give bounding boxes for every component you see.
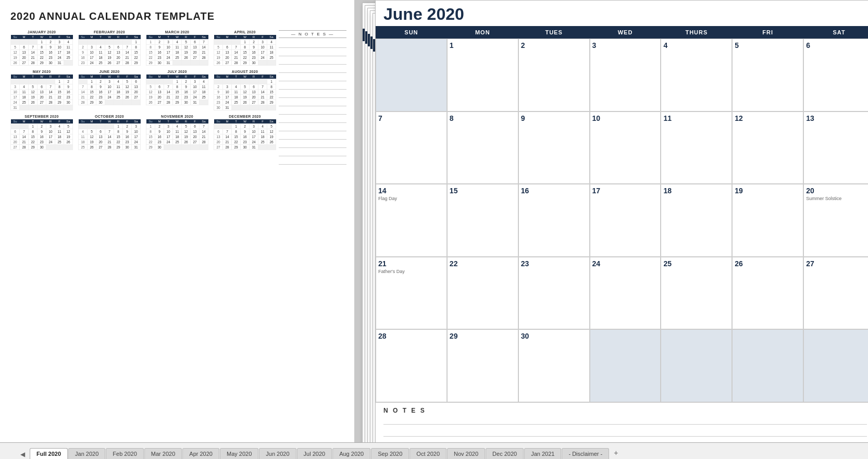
notes-line bbox=[279, 73, 346, 81]
mini-month-april-2020: APRIL 2020SuMTWRFSa123456789101112131415… bbox=[214, 30, 276, 66]
mini-month-september-2020: SEPTEMBER 2020SuMTWRFSa12345678910111213… bbox=[10, 115, 73, 150]
tab-nav-prev[interactable]: ◀ bbox=[18, 450, 27, 459]
mini-month-june-2020: JUNE 2020SuMTWRFSa1234567891011121314151… bbox=[78, 70, 141, 110]
tab-sep-2020[interactable]: Sep 2020 bbox=[371, 448, 409, 459]
june-cell-27: 27 bbox=[803, 257, 868, 330]
june-cell-empty bbox=[732, 329, 803, 402]
sheet-june: June 2020 SUN MON TUES WED THURS FRI SAT… bbox=[375, 0, 868, 442]
june-cell-4: 4 bbox=[661, 39, 732, 111]
june-cell-7: 7 bbox=[376, 111, 447, 184]
june-cell-3: 3 bbox=[590, 39, 661, 111]
june-cell-11: 11 bbox=[661, 111, 732, 184]
mini-month-july-2020: JULY 2020SuMTWRFSa1234567891011121314151… bbox=[146, 70, 208, 110]
tab-may-2020[interactable]: May 2020 bbox=[220, 448, 258, 459]
tab-bar: ◀ Full 2020Jan 2020Feb 2020Mar 2020Apr 2… bbox=[0, 442, 868, 459]
notes-title: — N O T E S — bbox=[279, 30, 346, 38]
notes-line bbox=[279, 56, 346, 65]
mini-month-february-2020: FEBRUARY 2020SuMTWRFSa123456789101112131… bbox=[78, 30, 141, 66]
june-cal-header: SUN MON TUES WED THURS FRI SAT bbox=[376, 26, 868, 39]
june-cell-15: 15 bbox=[447, 184, 518, 257]
months-container: JANUARY 2020SuMTWRFSa1234567891011121314… bbox=[10, 30, 276, 165]
june-cell-5: 5 bbox=[732, 39, 803, 111]
notes-line bbox=[279, 131, 346, 140]
tab-nov-2020[interactable]: Nov 2020 bbox=[447, 448, 485, 459]
mini-month-october-2020: OCTOBER 2020SuMTWRFSa1234567891011121314… bbox=[78, 115, 141, 150]
notes-section: — N O T E S — bbox=[279, 30, 346, 165]
june-cell-8: 8 bbox=[447, 111, 518, 184]
mini-month-may-2020: MAY 2020SuMTWRFSa12345678910111213141516… bbox=[10, 70, 73, 110]
mini-month-march-2020: MARCH 2020SuMTWRFSa123456789101112131415… bbox=[146, 30, 208, 66]
notes-line bbox=[279, 98, 346, 106]
tab-jan-2021[interactable]: Jan 2021 bbox=[524, 448, 561, 459]
june-cell-20: 20Summer Solstice bbox=[803, 184, 868, 257]
monthly-stack: January 2020 SUNMONTUESWEDTHURSFRISAT Fe… bbox=[354, 0, 868, 442]
june-cell-29: 29 bbox=[447, 329, 518, 402]
tab-jan-2020[interactable]: Jan 2020 bbox=[68, 448, 105, 459]
sheet-june-title: June 2020 bbox=[376, 1, 868, 26]
annual-title: 2020 ANNUAL CALENDAR TEMPLATE bbox=[10, 10, 346, 22]
june-cell-24: 24 bbox=[590, 257, 661, 330]
june-cell-16: 16 bbox=[518, 184, 590, 257]
june-notes-line bbox=[383, 417, 867, 425]
tab-full-2020[interactable]: Full 2020 bbox=[30, 448, 68, 459]
june-cell-9: 9 bbox=[518, 111, 590, 184]
annual-panel: 2020 ANNUAL CALENDAR TEMPLATE JANUARY 20… bbox=[0, 0, 354, 442]
june-cal-body: 1234567891011121314Flag Day151617181920S… bbox=[376, 39, 868, 402]
tab-feb-2020[interactable]: Feb 2020 bbox=[106, 448, 143, 459]
june-cell-12: 12 bbox=[732, 111, 803, 184]
mini-month-november-2020: NOVEMBER 2020SuMTWRFSa123456789101112131… bbox=[146, 115, 208, 150]
notes-line bbox=[279, 90, 346, 98]
june-cell-17: 17 bbox=[590, 184, 661, 257]
app-container: 2020 ANNUAL CALENDAR TEMPLATE JANUARY 20… bbox=[0, 0, 868, 459]
notes-line bbox=[279, 156, 346, 165]
mini-month-january-2020: JANUARY 2020SuMTWRFSa1234567891011121314… bbox=[10, 30, 73, 66]
june-cell-empty bbox=[590, 329, 661, 402]
june-cell-28: 28 bbox=[376, 329, 447, 402]
june-cell-10: 10 bbox=[590, 111, 661, 184]
tab-nav-left[interactable]: ◀ bbox=[16, 450, 30, 459]
tab---disclaimer--[interactable]: - Disclaimer - bbox=[562, 448, 609, 459]
june-cell-2: 2 bbox=[518, 39, 590, 111]
notes-line bbox=[279, 148, 346, 156]
june-notes-lines bbox=[383, 417, 867, 442]
notes-line bbox=[279, 106, 346, 115]
tab-jun-2020[interactable]: Jun 2020 bbox=[259, 448, 296, 459]
june-cell-empty bbox=[661, 329, 732, 402]
notes-line bbox=[279, 40, 346, 48]
june-cell-1: 1 bbox=[447, 39, 518, 111]
tab-oct-2020[interactable]: Oct 2020 bbox=[410, 448, 447, 459]
tab-mar-2020[interactable]: Mar 2020 bbox=[144, 448, 182, 459]
june-cell-empty bbox=[376, 39, 447, 111]
notes-line bbox=[279, 115, 346, 123]
june-cell-21: 21Father's Day bbox=[376, 257, 447, 330]
june-cell-13: 13 bbox=[803, 111, 868, 184]
june-notes-line bbox=[383, 429, 867, 437]
june-cell-23: 23 bbox=[518, 257, 590, 330]
notes-line bbox=[279, 140, 346, 148]
tab-dec-2020[interactable]: Dec 2020 bbox=[486, 448, 524, 459]
main-content: 2020 ANNUAL CALENDAR TEMPLATE JANUARY 20… bbox=[0, 0, 868, 442]
tab-add-button[interactable]: + bbox=[610, 446, 622, 459]
june-cell-14: 14Flag Day bbox=[376, 184, 447, 257]
months-and-notes: JANUARY 2020SuMTWRFSa1234567891011121314… bbox=[10, 30, 346, 165]
june-notes-line bbox=[383, 441, 867, 442]
june-cell-26: 26 bbox=[732, 257, 803, 330]
sheet-june-content: June 2020 SUN MON TUES WED THURS FRI SAT… bbox=[376, 1, 868, 442]
notes-line bbox=[279, 48, 346, 56]
june-cell-30: 30 bbox=[518, 329, 590, 402]
notes-lines-container bbox=[279, 40, 346, 165]
june-cell-25: 25 bbox=[661, 257, 732, 330]
notes-line bbox=[279, 65, 346, 73]
june-cell-6: 6 bbox=[803, 39, 868, 111]
june-notes-label: N O T E S bbox=[383, 407, 867, 414]
tab-jul-2020[interactable]: Jul 2020 bbox=[297, 448, 332, 459]
mini-month-december-2020: DECEMBER 2020SuMTWRFSa123456789101112131… bbox=[214, 115, 276, 150]
tab-aug-2020[interactable]: Aug 2020 bbox=[332, 448, 370, 459]
tab-items-container: Full 2020Jan 2020Feb 2020Mar 2020Apr 202… bbox=[30, 446, 622, 459]
notes-line bbox=[279, 81, 346, 90]
june-notes-section: N O T E S bbox=[376, 402, 868, 442]
mini-month-august-2020: AUGUST 2020SuMTWRFSa12345678910111213141… bbox=[214, 70, 276, 110]
notes-line bbox=[279, 123, 346, 131]
tab-apr-2020[interactable]: Apr 2020 bbox=[182, 448, 219, 459]
june-cell-19: 19 bbox=[732, 184, 803, 257]
